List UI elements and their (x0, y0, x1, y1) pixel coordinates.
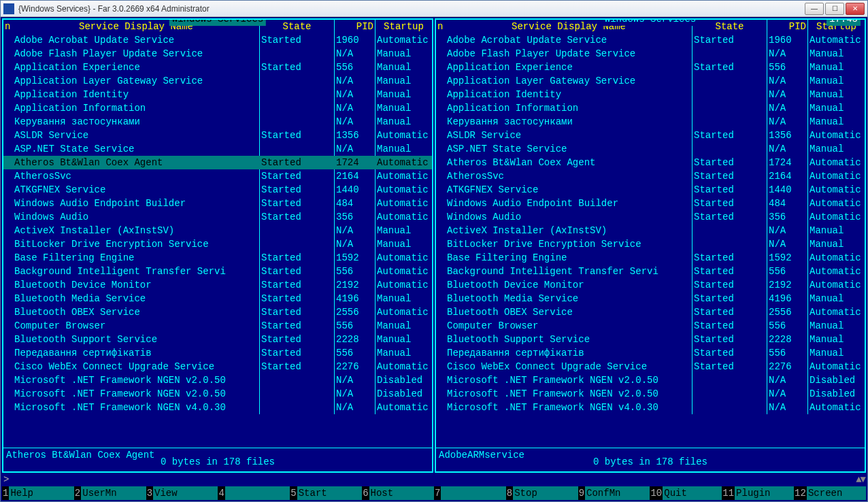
service-state: Started (259, 61, 334, 74)
service-name: AtherosSvc (446, 169, 692, 183)
service-row[interactable]: Atheros Bt&Wlan Coex AgentStarted1724Aut… (3, 156, 432, 169)
col-pid-header[interactable]: PID (767, 20, 807, 33)
fkey-5[interactable]: 5Start (290, 486, 362, 500)
service-row[interactable]: Base Filtering EngineStarted1592Automati… (436, 251, 865, 265)
service-row[interactable]: Bluetooth Device MonitorStarted2192Autom… (3, 278, 432, 292)
col-n-header[interactable]: n (436, 20, 446, 33)
service-row[interactable]: ATKGFNEX ServiceStarted1440Automatic (436, 183, 865, 197)
fkey-9[interactable]: 9ConfMn (578, 486, 650, 500)
service-row[interactable]: Windows AudioStarted356Automatic (436, 210, 865, 224)
service-row[interactable]: Bluetooth Device MonitorStarted2192Autom… (436, 278, 865, 292)
service-row[interactable]: ASP.NET State ServiceN/AManual (3, 142, 432, 156)
service-startup: Automatic (807, 183, 865, 197)
service-row[interactable]: Base Filtering EngineStarted1592Automati… (3, 251, 432, 265)
col-n-header[interactable]: n (3, 20, 13, 33)
service-row[interactable]: Windows Audio Endpoint BuilderStarted484… (3, 197, 432, 210)
fkey-4[interactable]: 4 (218, 486, 290, 500)
service-row[interactable]: Computer BrowserStarted556Manual (436, 319, 865, 333)
fkey-11[interactable]: 11Plugin (722, 486, 794, 500)
titlebar[interactable]: {Windows Services} - Far 3.0.2669 x64 Ad… (1, 1, 867, 17)
fkey-1[interactable]: 1Help (2, 486, 74, 500)
service-row[interactable]: ASLDR ServiceStarted1356Automatic (436, 129, 865, 142)
service-row[interactable]: Microsoft .NET Framework NGEN v2.0.50N/A… (3, 387, 432, 401)
service-row[interactable]: Microsoft .NET Framework NGEN v4.0.30N/A… (3, 401, 432, 414)
right-panel[interactable]: Windows Services 17:45nService Display N… (435, 18, 866, 473)
service-row[interactable]: AtherosSvcStarted2164Automatic (436, 169, 865, 183)
service-state (692, 101, 767, 115)
col-startup-header[interactable]: Startup (375, 20, 432, 33)
col-pid-header[interactable]: PID (334, 20, 375, 33)
service-pid: N/A (767, 88, 807, 101)
service-row[interactable]: ActiveX Installer (AxInstSV)N/AManual (436, 224, 865, 237)
service-row[interactable]: Керування застосункамиN/AManual (436, 115, 865, 129)
service-row[interactable]: Application Layer Gateway ServiceN/AManu… (436, 74, 865, 88)
service-startup: Automatic (807, 169, 865, 183)
service-row[interactable]: ActiveX Installer (AxInstSV)N/AManual (3, 224, 432, 237)
service-row[interactable]: Microsoft .NET Framework NGEN v4.0.30N/A… (436, 401, 865, 414)
service-row[interactable]: ASP.NET State ServiceN/AManual (436, 142, 865, 156)
service-row[interactable]: Application ExperienceStarted556Manual (436, 61, 865, 74)
fkey-8[interactable]: 8Stop (506, 486, 578, 500)
service-row[interactable]: Bluetooth OBEX ServiceStarted2556Automat… (3, 305, 432, 319)
service-pid: N/A (767, 237, 807, 251)
service-row[interactable]: Windows Audio Endpoint BuilderStarted484… (436, 197, 865, 210)
service-row[interactable]: Microsoft .NET Framework NGEN v2.0.50N/A… (436, 373, 865, 387)
service-startup: Manual (375, 224, 432, 237)
service-row[interactable]: Application ExperienceStarted556Manual (3, 61, 432, 74)
service-row[interactable]: AtherosSvcStarted2164Automatic (3, 169, 432, 183)
fkey-7[interactable]: 7 (434, 486, 506, 500)
service-row[interactable]: Adobe Flash Player Update ServiceN/AManu… (3, 47, 432, 61)
service-row[interactable]: Cisco WebEx Connect Upgrade ServiceStart… (3, 360, 432, 373)
service-startup: Automatic (375, 156, 432, 169)
close-button[interactable]: ✕ (846, 3, 865, 15)
service-row[interactable]: Background Intelligent Transfer ServiSta… (436, 265, 865, 278)
service-row[interactable]: Atheros Bt&Wlan Coex AgentStarted1724Aut… (436, 156, 865, 169)
service-name: Cisco WebEx Connect Upgrade Service (446, 360, 692, 373)
command-prompt[interactable]: > ▲▼ (2, 473, 866, 486)
service-row[interactable]: Microsoft .NET Framework NGEN v2.0.50N/A… (436, 387, 865, 401)
service-row[interactable]: Передавання сертифікатівStarted556Manual (436, 346, 865, 360)
col-state-header[interactable]: State (692, 20, 767, 33)
service-state: Started (692, 169, 767, 183)
service-state (259, 224, 334, 237)
service-startup: Automatic (807, 129, 865, 142)
service-row[interactable]: Windows AudioStarted356Automatic (3, 210, 432, 224)
service-row[interactable]: Adobe Acrobat Update ServiceStarted1960A… (436, 33, 865, 47)
fkey-10[interactable]: 10Quit (650, 486, 722, 500)
service-row[interactable]: Microsoft .NET Framework NGEN v2.0.50N/A… (3, 373, 432, 387)
service-row[interactable]: Computer BrowserStarted556Manual (3, 319, 432, 333)
fkey-6[interactable]: 6Host (362, 486, 434, 500)
service-row[interactable]: Application InformationN/AManual (3, 101, 432, 115)
service-row[interactable]: Adobe Flash Player Update ServiceN/AManu… (436, 47, 865, 61)
service-row[interactable]: Application Layer Gateway ServiceN/AManu… (3, 74, 432, 88)
panel-summary: 0 bytes in 178 files (3, 462, 432, 471)
service-row[interactable]: Bluetooth Support ServiceStarted2228Manu… (436, 333, 865, 346)
service-row[interactable]: Bluetooth Media ServiceStarted4196Manual (3, 292, 432, 305)
fkey-2[interactable]: 2UserMn (74, 486, 146, 500)
service-row[interactable]: Bluetooth Media ServiceStarted4196Manual (436, 292, 865, 305)
service-row[interactable]: BitLocker Drive Encryption ServiceN/AMan… (436, 237, 865, 251)
service-pid: 556 (334, 265, 375, 278)
service-name: Application Experience (446, 61, 692, 74)
far-content: Windows Services nService Display NameSt… (1, 17, 867, 501)
minimize-button[interactable]: — (805, 3, 824, 15)
left-panel[interactable]: Windows Services nService Display NameSt… (2, 18, 433, 473)
service-row[interactable]: Bluetooth Support ServiceStarted2228Manu… (3, 333, 432, 346)
fkey-12[interactable]: 12Screen (794, 486, 866, 500)
service-row[interactable]: BitLocker Drive Encryption ServiceN/AMan… (3, 237, 432, 251)
service-row[interactable]: Керування застосункамиN/AManual (3, 115, 432, 129)
service-row[interactable]: Adobe Acrobat Update ServiceStarted1960A… (3, 33, 432, 47)
service-row[interactable]: Background Intelligent Transfer ServiSta… (3, 265, 432, 278)
service-row[interactable]: Application IdentityN/AManual (436, 88, 865, 101)
service-row[interactable]: Application InformationN/AManual (436, 101, 865, 115)
col-state-header[interactable]: State (259, 20, 334, 33)
service-row[interactable]: Передавання сертифікатівStarted556Manual (3, 346, 432, 360)
maximize-button[interactable]: ☐ (825, 3, 844, 15)
service-row[interactable]: ASLDR ServiceStarted1356Automatic (3, 129, 432, 142)
service-row[interactable]: Application IdentityN/AManual (3, 88, 432, 101)
fkey-3[interactable]: 3View (146, 486, 218, 500)
service-row[interactable]: Cisco WebEx Connect Upgrade ServiceStart… (436, 360, 865, 373)
service-state: Started (259, 346, 334, 360)
service-row[interactable]: ATKGFNEX ServiceStarted1440Automatic (3, 183, 432, 197)
service-row[interactable]: Bluetooth OBEX ServiceStarted2556Automat… (436, 305, 865, 319)
